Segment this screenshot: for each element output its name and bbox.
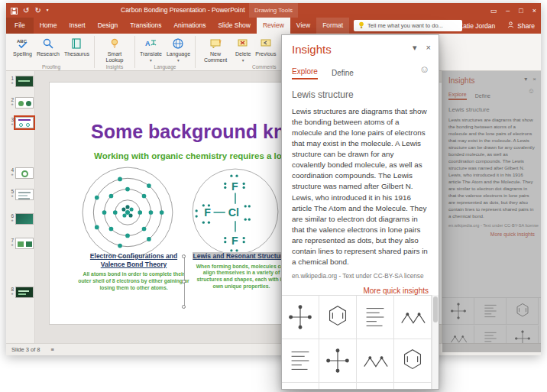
left-text-box[interactable]: Electron Configurations and Valence Bond… — [77, 252, 190, 292]
previous-label: Previous — [255, 51, 276, 57]
molecule-thumb[interactable] — [357, 339, 394, 383]
ribbon: ABC Spelling Research Thesaurus Proo — [6, 34, 541, 71]
tab-view[interactable]: View — [290, 18, 316, 34]
slide-thumb-row-4: 4★ — [8, 167, 34, 179]
selection-handle[interactable] — [182, 305, 186, 309]
slide-thumb-row-6: 6★ — [8, 213, 34, 225]
animation-star-icon: ★ — [8, 173, 14, 177]
pane-close-icon[interactable]: × — [426, 43, 431, 53]
spelling-button[interactable]: ABC Spelling — [11, 36, 34, 58]
insights-pane-floating: Insights ▾ × Explore Define ☺ Lewis stru… — [281, 34, 439, 390]
scrollbar-thumb[interactable] — [433, 296, 438, 322]
save-icon[interactable] — [11, 4, 18, 18]
language-button[interactable]: Language ▾ — [164, 36, 193, 63]
thesaurus-button[interactable]: Thesaurus — [62, 36, 92, 58]
title-bar: ↺ ↻ ▾ Carbon Bonding Presentation - Powe… — [6, 3, 541, 18]
translate-button[interactable]: A Translate ▾ — [138, 36, 164, 63]
molecule-thumb[interactable] — [282, 339, 319, 383]
bohr-atom-diagram[interactable] — [77, 162, 178, 263]
user-name[interactable]: Katie Jordan — [459, 22, 496, 30]
language-label: Language — [167, 51, 190, 57]
person-icon — [507, 21, 514, 30]
group-proofing: ABC Spelling Research Thesaurus Proo — [8, 34, 94, 70]
undo-icon[interactable]: ↺ — [23, 3, 29, 18]
slide-5-thumbnail[interactable] — [15, 189, 34, 200]
new-comment-label: New Comment — [200, 51, 231, 63]
dropdown-icon: ▾ — [150, 58, 152, 63]
new-comment-button[interactable]: New Comment — [198, 36, 233, 64]
group-label-proofing: Proofing — [8, 64, 94, 70]
feedback-smiley-icon[interactable]: ☺ — [419, 64, 429, 74]
research-label: Research — [37, 51, 60, 57]
animation-star-icon: ★ — [8, 81, 14, 85]
molecule-thumb[interactable] — [319, 383, 357, 389]
restore-icon[interactable]: □ — [519, 7, 523, 15]
tab-review[interactable]: Review — [257, 18, 290, 34]
qat-dropdown-icon[interactable]: ▾ — [47, 3, 49, 18]
lewis-atom-center: Cl — [228, 206, 239, 219]
thesaurus-label: Thesaurus — [64, 51, 89, 57]
molecule-thumb[interactable] — [357, 383, 394, 389]
slide-7-thumbnail[interactable] — [15, 238, 34, 249]
scrollbar[interactable] — [432, 295, 439, 389]
right-box-title: Lewis and Resonant Structures — [193, 252, 290, 260]
pane-dropdown-icon[interactable]: ▾ — [413, 43, 417, 53]
spelling-label: Spelling — [13, 51, 32, 57]
tab-home[interactable]: Home — [34, 18, 63, 34]
tab-format[interactable]: Format — [316, 18, 349, 34]
image-results-grid — [282, 295, 439, 389]
slide-number: 4★ — [8, 167, 14, 179]
selection-handle[interactable] — [182, 254, 186, 258]
molecule-thumb[interactable] — [319, 339, 357, 383]
tab-insert[interactable]: Insert — [63, 18, 91, 34]
share-button[interactable]: Share — [507, 21, 535, 30]
dropdown-icon: ▾ — [242, 58, 244, 63]
molecule-thumb[interactable] — [394, 339, 432, 383]
define-tab[interactable]: Define — [332, 69, 354, 79]
slide-4-thumbnail[interactable] — [15, 167, 34, 179]
molecule-thumb[interactable] — [357, 296, 394, 339]
tab-slide-show[interactable]: Slide Show — [212, 18, 257, 34]
previous-comment-button[interactable]: Previous — [253, 36, 278, 58]
research-button[interactable]: Research — [34, 36, 62, 58]
right-box-body: When forming bonds, molecules can align … — [192, 264, 291, 290]
molecule-thumb[interactable] — [394, 383, 432, 389]
close-icon[interactable]: × — [532, 7, 536, 15]
lewis-structure-diagram[interactable]: F F Cl F — [189, 165, 282, 258]
slide-number: 3★ — [8, 117, 14, 128]
notes-icon[interactable]: ≡ — [51, 346, 54, 353]
globe-icon — [172, 37, 184, 50]
molecule-thumb[interactable] — [282, 296, 319, 339]
result-heading: Lewis structure — [292, 89, 429, 100]
window-title: Carbon Bonding Presentation - PowerPoint — [121, 3, 245, 18]
smart-lookup-button[interactable]: Smart Lookup — [97, 36, 132, 64]
ribbon-display-options-icon[interactable]: ▭ — [490, 7, 497, 15]
tab-animations[interactable]: Animations — [167, 18, 212, 34]
slide-8-thumbnail[interactable] — [15, 287, 34, 298]
tab-transitions[interactable]: Transitions — [124, 18, 167, 34]
animation-star-icon: ★ — [8, 102, 14, 106]
selection-handle[interactable] — [182, 280, 186, 283]
tab-design[interactable]: Design — [92, 18, 124, 34]
svg-text:A: A — [145, 40, 151, 47]
molecule-thumb[interactable] — [319, 296, 357, 339]
right-text-box-selected[interactable]: Lewis and Resonant Structures When formi… — [192, 252, 291, 290]
explore-tab[interactable]: Explore — [292, 67, 318, 79]
tell-me-box[interactable]: Tell me what you want to do... — [354, 20, 462, 31]
molecule-thumb[interactable] — [282, 383, 319, 389]
minimize-icon[interactable]: – — [506, 7, 510, 15]
molecule-thumb[interactable] — [394, 296, 432, 339]
slide-3-thumbnail-selected[interactable] — [15, 117, 34, 128]
redo-icon[interactable]: ↻ — [34, 3, 40, 18]
tab-file[interactable]: File — [6, 18, 34, 34]
thesaurus-icon — [70, 37, 83, 50]
ribbon-tab-bar: File Home Insert Design Transitions Anim… — [6, 18, 541, 34]
slide-1-thumbnail[interactable] — [15, 76, 34, 87]
slide-2-thumbnail[interactable] — [15, 97, 34, 109]
animation-star-icon: ★ — [8, 194, 14, 198]
delete-comment-button[interactable]: Delete ▾ — [233, 36, 253, 63]
slide-6-thumbnail[interactable] — [15, 213, 34, 225]
more-quick-insights-link[interactable]: More quick insights — [292, 287, 429, 295]
slide-thumb-row-8: 8★ — [8, 287, 34, 298]
result-source-link[interactable]: en.wikipedia.org - Text under CC-BY-SA l… — [292, 273, 429, 280]
